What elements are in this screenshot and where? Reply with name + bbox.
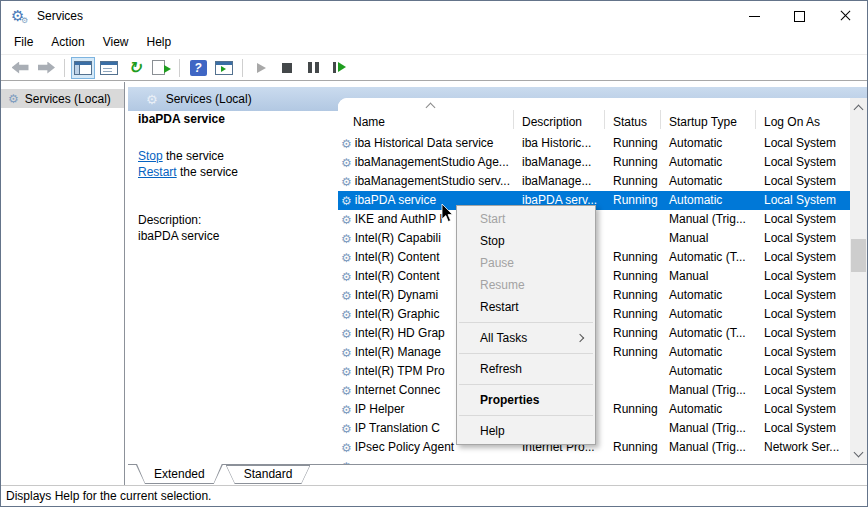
context-menu-item-restart[interactable]: Restart (457, 296, 595, 318)
context-menu-item-help[interactable]: Help (457, 420, 595, 442)
forward-glyph (38, 62, 55, 74)
cell-name: iba Historical Data service (338, 134, 513, 153)
cell-startup (660, 457, 755, 464)
table-row[interactable]: iba Historical Data serviceiba Historic.… (338, 134, 850, 153)
stop-service-icon[interactable] (275, 57, 299, 79)
context-menu-item-stop[interactable]: Stop (457, 230, 595, 252)
menu-view[interactable]: View (94, 31, 138, 54)
submenu-arrow-icon (576, 334, 584, 342)
cell-status: Running (604, 267, 660, 286)
properties-glyph (100, 61, 118, 75)
maximize-button[interactable] (777, 1, 822, 31)
toolbar (1, 54, 867, 81)
show-console-tree-icon[interactable] (71, 57, 95, 79)
stop-service-glyph (282, 63, 292, 73)
service-gear-icon (341, 195, 352, 207)
service-gear-icon (341, 290, 352, 302)
show-console-tree-glyph (74, 61, 92, 75)
context-menu-item-all-tasks[interactable]: All Tasks (457, 327, 595, 349)
vertical-scrollbar[interactable] (850, 98, 867, 464)
menu-action[interactable]: Action (42, 31, 93, 54)
scroll-up-icon[interactable] (854, 105, 864, 115)
tree-item-label: Services (Local) (25, 92, 111, 106)
tab-extended[interactable]: Extended (136, 465, 223, 484)
cell-startup: Automatic (T... (660, 248, 755, 267)
table-row[interactable]: ibaManagementStudio Age...ibaManage...Ru… (338, 153, 850, 172)
column-separator[interactable] (513, 110, 514, 129)
service-gear-icon (341, 138, 352, 150)
column-header-description[interactable]: Description (522, 115, 582, 129)
tree-item-services-local[interactable]: Services (Local) (1, 89, 124, 108)
cell-desc: ibaManage... (513, 172, 604, 191)
context-menu-item-properties[interactable]: Properties (457, 389, 595, 411)
service-gear-icon (341, 385, 352, 397)
stop-link-suffix: the service (163, 149, 224, 163)
table-row[interactable]: ibaManagementStudio serv...ibaManage...R… (338, 172, 850, 191)
cell-logon: Local System (755, 324, 850, 343)
cell-status (604, 210, 660, 229)
list-header: Name Description Status Startup Type Log… (338, 98, 867, 134)
refresh-icon[interactable] (123, 57, 147, 79)
cell-status: Running (604, 134, 660, 153)
pause-service-icon[interactable] (301, 57, 325, 79)
menu-item-label: Start (480, 212, 505, 226)
forward-icon[interactable] (34, 57, 58, 79)
column-header-startup-type[interactable]: Startup Type (669, 115, 737, 129)
banner-title: Services (Local) (166, 92, 252, 106)
start-service-icon[interactable] (249, 57, 273, 79)
extended-view-icon[interactable] (212, 57, 236, 79)
column-header-status[interactable]: Status (613, 115, 647, 129)
export-list-icon[interactable] (149, 57, 173, 79)
menu-file[interactable]: File (5, 31, 42, 54)
context-menu-item-pause[interactable]: Pause (457, 252, 595, 274)
service-gear-icon (341, 347, 352, 359)
cell-startup: Automatic (660, 343, 755, 362)
help-icon[interactable] (186, 57, 210, 79)
cell-desc (513, 457, 604, 464)
pause-service-glyph (308, 62, 319, 73)
menu-help[interactable]: Help (138, 31, 181, 54)
column-header-log-on-as[interactable]: Log On As (764, 115, 820, 129)
menu-item-label: All Tasks (480, 331, 527, 345)
service-gear-icon (341, 442, 352, 454)
tab-standard[interactable]: Standard (226, 465, 311, 484)
cell-startup: Automatic (660, 191, 755, 210)
window-title: Services (37, 9, 83, 23)
minimize-icon (749, 16, 760, 17)
close-button[interactable] (822, 1, 867, 31)
properties-icon[interactable] (97, 57, 121, 79)
stop-service-link[interactable]: Stop (138, 149, 163, 163)
restart-service-link[interactable]: Restart (138, 165, 177, 179)
scrollbar-thumb[interactable] (851, 239, 866, 272)
cell-logon: Local System (755, 267, 850, 286)
maximize-icon (794, 11, 805, 22)
cell-status: Running (604, 305, 660, 324)
column-separator[interactable] (660, 110, 661, 129)
context-menu-item-refresh[interactable]: Refresh (457, 358, 595, 380)
menu-item-label: Stop (480, 234, 505, 248)
menu-item-label: Help (480, 424, 505, 438)
column-separator[interactable] (755, 110, 756, 129)
column-separator[interactable] (604, 110, 605, 129)
context-menu-item-resume[interactable]: Resume (457, 274, 595, 296)
restart-service-glyph (333, 62, 336, 73)
cell-startup: Automatic (660, 305, 755, 324)
minimize-button[interactable] (732, 1, 777, 31)
back-icon[interactable] (8, 57, 32, 79)
cell-startup: Manual (Trig... (660, 419, 755, 438)
cell-status (604, 419, 660, 438)
column-header-name[interactable]: Name (353, 115, 385, 129)
cell-startup: Automatic (660, 286, 755, 305)
selected-service-title: ibaPDA service (138, 112, 225, 126)
toolbar-separator (242, 59, 243, 77)
refresh-glyph (128, 60, 141, 76)
cell-status: Running (604, 248, 660, 267)
cell-status (604, 457, 660, 464)
table-row[interactable] (338, 457, 850, 464)
restart-link-suffix: the service (177, 165, 238, 179)
scroll-down-icon[interactable] (854, 448, 864, 458)
restart-service-icon[interactable] (327, 57, 351, 79)
status-text: Displays Help for the current selection. (6, 489, 211, 503)
context-menu-item-start[interactable]: Start (457, 208, 595, 230)
cell-name (338, 457, 513, 464)
